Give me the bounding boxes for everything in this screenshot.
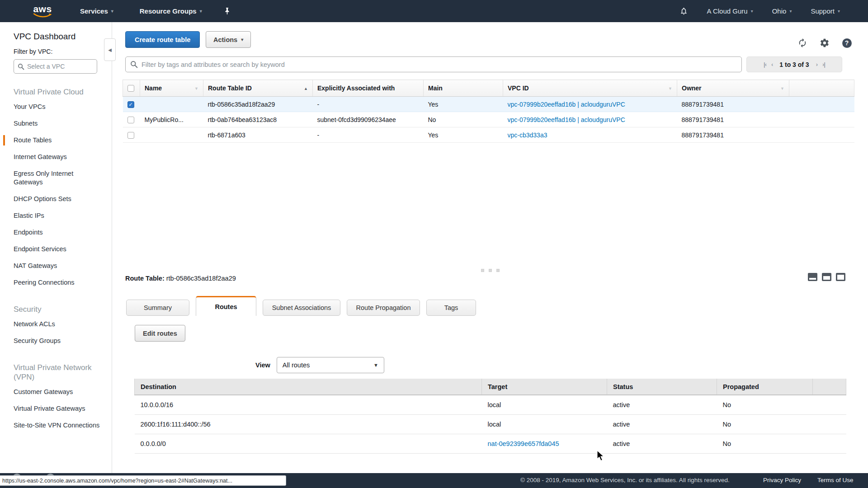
refresh-icon[interactable]: [797, 38, 807, 48]
panel-maximize-icon[interactable]: [836, 273, 845, 281]
sort-desc-icon[interactable]: ▼: [194, 86, 198, 91]
terms-of-use-link[interactable]: Terms of Use: [817, 477, 854, 483]
select-all-checkbox[interactable]: [127, 85, 134, 92]
actions-button[interactable]: Actions ▾: [206, 31, 251, 48]
edit-routes-button[interactable]: Edit routes: [135, 325, 185, 342]
cell-owner: 888791739481: [677, 127, 789, 143]
tab-summary[interactable]: Summary: [126, 300, 189, 316]
help-icon[interactable]: ?: [842, 38, 852, 48]
aws-logo[interactable]: aws: [33, 5, 52, 18]
table-row[interactable]: ✓rtb-0586c35ad18f2aa29-Yesvpc-07999b20ee…: [123, 97, 854, 112]
sidebar-item-elastic-ips[interactable]: Elastic IPs: [0, 207, 112, 224]
region-menu[interactable]: Ohio ▾: [772, 7, 792, 15]
routes-table-row: 10.0.0.0/16localactiveNo: [135, 395, 846, 414]
filter-search-bar: [125, 56, 742, 72]
sidebar-item-dhcp-options-sets[interactable]: DHCP Options Sets: [0, 191, 112, 207]
cell-filler: [813, 414, 846, 434]
sidebar-item-nat-gateways[interactable]: NAT Gateways: [0, 258, 112, 274]
sidebar-item-security-groups[interactable]: Security Groups: [0, 333, 112, 349]
pagination-text: 1 to 3 of 3: [779, 61, 809, 68]
gear-icon[interactable]: [820, 38, 830, 48]
pin-icon[interactable]: [224, 7, 231, 15]
routes-column-header-filler: [813, 379, 846, 395]
panel-minimize-icon[interactable]: [808, 273, 817, 281]
sort-asc-icon[interactable]: ▲: [304, 86, 308, 91]
cell-name: [140, 97, 203, 112]
view-label: View: [255, 361, 270, 369]
chevron-down-icon: ▾: [751, 9, 753, 14]
tab-subnet-associations[interactable]: Subnet Associations: [263, 300, 340, 316]
column-header-vpc-id[interactable]: VPC ID▼: [503, 80, 677, 97]
row-checkbox[interactable]: [127, 117, 134, 123]
sidebar-item-route-tables[interactable]: Route Tables: [0, 132, 112, 149]
tab-tags[interactable]: Tags: [426, 300, 476, 316]
status-url-tooltip: https://us-east-2.console.aws.amazon.com…: [0, 475, 286, 486]
row-checkbox[interactable]: [127, 132, 134, 139]
row-checkbox[interactable]: ✓: [127, 101, 134, 108]
sidebar-item-internet-gateways[interactable]: Internet Gateways: [0, 149, 112, 165]
column-header-main[interactable]: Main: [424, 80, 503, 97]
support-menu[interactable]: Support ▾: [811, 7, 840, 15]
create-route-table-button[interactable]: Create route table: [125, 31, 200, 48]
tab-route-propagation[interactable]: Route Propagation: [347, 300, 420, 316]
sidebar-item-endpoints[interactable]: Endpoints: [0, 224, 112, 241]
next-page-button[interactable]: ›: [816, 61, 817, 68]
panel-split-icon[interactable]: [822, 273, 831, 281]
services-menu[interactable]: Services ▾: [80, 7, 113, 15]
cell-filler: [789, 127, 854, 143]
table-row[interactable]: rtb-6871a603-Yesvpc-cb3d33a3888791739481: [123, 127, 854, 143]
privacy-policy-link[interactable]: Privacy Policy: [763, 477, 801, 483]
detail-panel-title: Route Table: rtb-0586c35ad18f2aa29: [125, 275, 236, 282]
vpc-search-input[interactable]: [27, 63, 90, 70]
vpc-link[interactable]: vpc-cb3d33a3: [508, 131, 547, 139]
sidebar-item-endpoint-services[interactable]: Endpoint Services: [0, 241, 112, 258]
sort-desc-icon[interactable]: ▼: [780, 86, 784, 91]
table-header-row: Name▼Route Table ID▲Explicitly Associate…: [123, 80, 854, 97]
first-page-button[interactable]: |‹: [764, 61, 766, 68]
row-checkbox-cell: [123, 112, 140, 127]
prev-page-button[interactable]: ‹: [771, 61, 773, 68]
sidebar-item-site-to-site-vpn-connections[interactable]: Site-to-Site VPN Connections: [0, 417, 112, 434]
cell-destination: 10.0.0.0/16: [135, 395, 482, 414]
sidebar-item-subnets[interactable]: Subnets: [0, 115, 112, 132]
last-page-button[interactable]: ›|: [822, 61, 825, 68]
panel-splitter-handle[interactable]: [113, 267, 868, 273]
filter-search-input[interactable]: [142, 61, 737, 68]
region-label: Ohio: [772, 7, 787, 15]
notifications-bell-icon[interactable]: [679, 6, 688, 16]
account-label: A Cloud Guru: [707, 7, 748, 15]
cell-explicitly-associated-with: -: [313, 97, 424, 112]
cell-main: No: [424, 112, 503, 127]
column-header-owner[interactable]: Owner▼: [677, 80, 789, 97]
tab-routes[interactable]: Routes: [196, 296, 256, 316]
resource-groups-menu[interactable]: Resource Groups ▾: [140, 7, 202, 15]
filter-by-vpc-label: Filter by VPC:: [14, 48, 112, 55]
view-select[interactable]: All routes ▼: [277, 357, 384, 373]
sidebar-sections: Virtual Private CloudYour VPCsSubnetsRou…: [0, 87, 112, 434]
column-header-name[interactable]: Name▼: [140, 80, 203, 97]
routes-column-header-status: Status: [607, 379, 717, 395]
sidebar-item-egress-only-internet-gateways[interactable]: Egress Only Internet Gateways: [0, 165, 112, 191]
vpc-link[interactable]: vpc-07999b20eeffad16b | acloudguruVPC: [508, 101, 625, 108]
sidebar-collapse-button[interactable]: ◀: [104, 38, 116, 61]
target-link[interactable]: nat-0e92399e657fda045: [488, 440, 559, 447]
sidebar-item-virtual-private-gateways[interactable]: Virtual Private Gateways: [0, 400, 112, 417]
account-menu[interactable]: A Cloud Guru ▾: [707, 7, 753, 15]
sort-desc-icon[interactable]: ▼: [668, 86, 672, 91]
routes-table: DestinationTargetStatusPropagated 10.0.0…: [134, 379, 846, 454]
sidebar-section-header-security: Security: [14, 305, 98, 314]
chevron-down-icon: ▾: [789, 9, 792, 14]
cell-vpc-id: vpc-07999b20eeffad16b | acloudguruVPC: [503, 97, 677, 112]
cell-target: local: [482, 414, 607, 434]
sidebar-item-peering-connections[interactable]: Peering Connections: [0, 274, 112, 291]
column-header-explicitly-associated-with[interactable]: Explicitly Associated with: [313, 80, 424, 97]
sidebar-item-your-vpcs[interactable]: Your VPCs: [0, 99, 112, 115]
vpc-link[interactable]: vpc-07999b20eeffad16b | acloudguruVPC: [508, 116, 625, 123]
cell-filler: [789, 97, 854, 112]
table-row[interactable]: MyPublicRo...rtb-0ab764bea63123ac8subnet…: [123, 112, 854, 127]
column-header-route-table-id[interactable]: Route Table ID▲: [203, 80, 313, 97]
column-header-label: Route Table ID: [208, 84, 252, 92]
question-mark-glyph: ?: [845, 39, 849, 47]
sidebar-item-customer-gateways[interactable]: Customer Gateways: [0, 384, 112, 400]
sidebar-item-network-acls[interactable]: Network ACLs: [0, 316, 112, 333]
